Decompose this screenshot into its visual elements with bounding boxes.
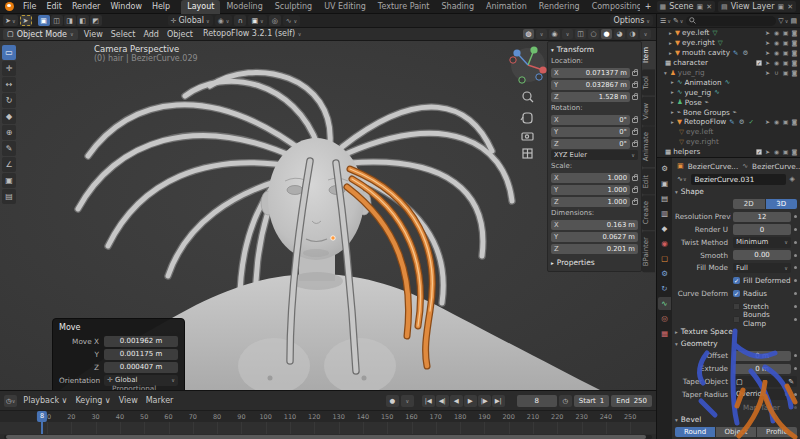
npanel-tab-bpainter[interactable]: BPainter	[642, 231, 655, 272]
jump-end-button[interactable]: ▶|	[492, 395, 505, 407]
object-icon[interactable]: ▣	[677, 162, 684, 170]
bevel-round-button[interactable]: Round	[675, 427, 715, 438]
proportional-editing-toggle[interactable]: ◎	[269, 15, 281, 26]
lock-icon[interactable]	[632, 71, 638, 76]
filter-id-dropdown[interactable]: ✎∨	[673, 17, 684, 25]
xray-toggle-icon[interactable]: ◫	[575, 29, 586, 39]
geometry-section-header[interactable]: ▾Geometry	[675, 338, 797, 350]
lock-icon[interactable]	[632, 200, 638, 205]
viewport-nav-icons[interactable]	[521, 92, 533, 158]
timeline-menu-marker[interactable]: Marker	[142, 396, 178, 405]
select-mode-subtract-icon[interactable]: ◨	[64, 15, 76, 26]
npanel-tab-tool[interactable]: Tool	[642, 70, 655, 96]
new-collection-icon[interactable]: ▤	[790, 17, 797, 25]
monitor-toggle-icon[interactable]: ▣	[782, 39, 789, 46]
current-frame-field[interactable]: 8	[517, 395, 557, 407]
outliner-row-eye-right[interactable]: ▸▼eye.right▽➤◉▣◙	[657, 38, 800, 48]
twist-method-dropdown[interactable]: Minimum∨	[733, 237, 791, 248]
npanel-tab-view[interactable]: View	[642, 97, 655, 126]
add-primitive-tool-icon[interactable]: ▣	[2, 173, 16, 188]
3d-button[interactable]: 3D	[766, 199, 798, 210]
overlays-toggle-icon[interactable]: ◉	[549, 29, 560, 39]
play-reverse-button[interactable]: ◀	[450, 395, 463, 407]
curve-datablock-dropdown[interactable]: ∿∨	[677, 175, 687, 183]
annotate-tool-icon[interactable]: ✎	[2, 141, 16, 156]
camera-toggle-icon[interactable]: ◙	[791, 49, 798, 56]
datablock-name-field[interactable]: BezierCurve.031	[691, 174, 786, 185]
outliner-row-yue_rig[interactable]: ▾♟yue_rig➤∪▣◙	[657, 68, 800, 78]
location-y-field[interactable]: Y0.032867 m	[551, 80, 630, 90]
overlays-dropdown-icon[interactable]: ∨	[562, 29, 573, 39]
viewport-menu-add[interactable]: Add	[139, 28, 163, 41]
cursor-toggle-icon[interactable]: ➤	[764, 69, 771, 76]
fill-deformed-checkbox[interactable]: ✓Fill Deformed	[733, 276, 791, 285]
eye-toggle-icon[interactable]: ◉	[773, 59, 780, 66]
workspace-tab-modeling[interactable]: Modeling	[220, 0, 268, 14]
scrollbar-thumb[interactable]	[6, 435, 646, 439]
move-y-field[interactable]: 0.001175 m	[104, 349, 178, 360]
collection-checkbox-icon[interactable]: ✓	[756, 149, 762, 155]
viewport-menu-object[interactable]: Object	[163, 28, 197, 41]
monitor-toggle-icon[interactable]: ▣	[782, 29, 789, 36]
viewport-menu-view[interactable]: View	[80, 28, 107, 41]
taper-object-field[interactable]: ▢✎	[733, 376, 797, 387]
camera-toggle-icon[interactable]: ◙	[791, 39, 798, 46]
workspace-tab-layout[interactable]: Layout	[181, 0, 220, 14]
workspace-tab-rendering[interactable]: Rendering	[533, 0, 586, 14]
monitor-toggle-icon[interactable]: ▣	[782, 148, 789, 155]
viewport-menu-select[interactable]: Select	[107, 28, 140, 41]
cursor-toggle-icon[interactable]: ➤	[764, 118, 771, 125]
rotation-z-field[interactable]: Z0°	[551, 139, 630, 149]
collection-checkbox-icon[interactable]: ✓	[756, 60, 762, 66]
rotate-tool-icon[interactable]: ↻	[2, 93, 16, 108]
outliner-row-animation[interactable]: ▸∿Animation∿	[657, 77, 800, 87]
auto-keying-record-icon[interactable]: ●	[386, 395, 399, 407]
bevel-profile-button[interactable]: Profile	[757, 427, 797, 438]
eye-toggle-icon[interactable]: ◉	[773, 118, 780, 125]
fake-user-shield-icon[interactable]: ◈	[790, 175, 795, 183]
bevel-section-header[interactable]: ▾Bevel	[675, 414, 797, 426]
select-mode-intersect-icon[interactable]: ◩	[90, 15, 102, 26]
properties-tab-object[interactable]: ▢	[658, 252, 671, 265]
smooth-field[interactable]: 0.00	[733, 250, 791, 261]
lock-icon[interactable]	[632, 142, 638, 147]
orientation-dropdown[interactable]: ✛ Global∨	[168, 15, 213, 26]
prev-keyframe-button[interactable]: ◀|	[436, 395, 449, 407]
unlink-scene-icon[interactable]: ✕	[706, 3, 712, 11]
shape-section-header[interactable]: ▾Shape	[675, 186, 797, 198]
properties-tab-object-data[interactable]: ∿	[658, 297, 671, 310]
active-tool-dropdown[interactable]: ➤∨	[3, 15, 18, 26]
dimensions-y-field[interactable]: Y0.0627 m	[551, 232, 638, 242]
fill-mode-dropdown[interactable]: Full∨	[733, 263, 791, 274]
location-x-field[interactable]: X0.071377 m	[551, 68, 630, 78]
playhead-frame-label[interactable]: 8	[37, 411, 47, 422]
menu-help[interactable]: Help	[147, 0, 175, 14]
eye-toggle-icon[interactable]: ◉	[773, 39, 780, 46]
dimensions-z-field[interactable]: Z0.201 m	[551, 244, 638, 254]
monitor-toggle-icon[interactable]: ▣	[782, 59, 789, 66]
cursor-toggle-icon[interactable]: ➤	[764, 59, 771, 66]
camera-toggle-icon[interactable]: ◙	[791, 29, 798, 36]
workspace-tab-compositing[interactable]: Compositing	[586, 0, 640, 14]
breadcrumb-data[interactable]: BezierCurve...	[752, 162, 800, 171]
new-view-layer-icon[interactable]: ▣	[778, 3, 785, 11]
workspace-tab-shading[interactable]: Shading	[435, 0, 480, 14]
menu-render[interactable]: Render	[67, 0, 105, 14]
outliner-row-eye-right[interactable]: ▽eye.right	[657, 137, 800, 147]
properties-tab-material[interactable]: ◎	[658, 312, 671, 325]
offset-field[interactable]: 0 m	[733, 351, 791, 362]
bevel-object-button[interactable]: Object	[716, 427, 756, 438]
npanel-tab-item[interactable]: Item	[642, 41, 655, 69]
select-box-tool-icon[interactable]: ▭	[2, 45, 16, 60]
lock-icon[interactable]	[632, 118, 638, 123]
playhead[interactable]	[41, 422, 43, 434]
dimensions-x-field[interactable]: X0.163 m	[551, 220, 638, 230]
outliner-row-eye-left[interactable]: ▸▼eye.left▽➤◉▣◙	[657, 28, 800, 38]
taper-radius-dropdown[interactable]: Override∨	[733, 389, 791, 400]
properties-tab-active-tool[interactable]: ⚙	[658, 162, 671, 175]
npanel-tab-edit[interactable]: Edit	[642, 169, 655, 195]
timeline-menu-keying[interactable]: Keying ∨	[71, 396, 114, 405]
shading-dropdown-icon[interactable]: ∨	[640, 29, 651, 39]
misc-tool-tool-icon[interactable]: ▤	[2, 189, 16, 204]
scale-tool-icon[interactable]: ◆	[2, 109, 16, 124]
